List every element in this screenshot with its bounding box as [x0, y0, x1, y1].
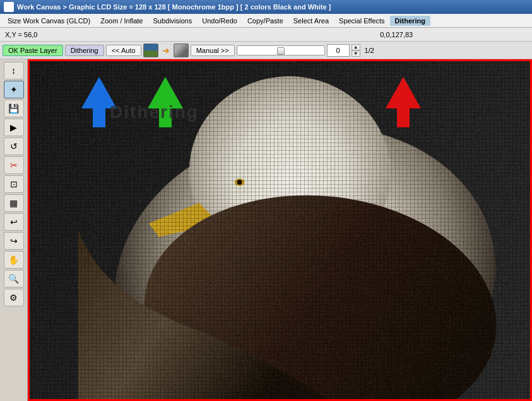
convert-arrow-icon: ➔: [160, 44, 172, 57]
dither-value-input[interactable]: [327, 44, 350, 57]
dither-spin-buttons: ▲ ▼: [352, 44, 360, 57]
menu-copy-paste[interactable]: Copy/Paste: [242, 16, 288, 26]
sidebar-tool-save[interactable]: 💾: [4, 100, 24, 117]
sidebar-tool-grid[interactable]: ▦: [4, 194, 24, 212]
menu-select-area[interactable]: Select Area: [288, 16, 334, 26]
result-image-button[interactable]: [174, 44, 189, 57]
sidebar-tool-zoom[interactable]: 🔍: [4, 270, 24, 288]
sidebar-tool-play[interactable]: ▶: [4, 119, 24, 136]
menu-undo-redo[interactable]: Undo/Redo: [197, 16, 242, 26]
coords-bar: X,Y = 56,0 0,0,127,83: [0, 28, 532, 42]
title-bar: Work Canvas > Graphic LCD Size = 128 x 1…: [0, 0, 532, 14]
spin-up-button[interactable]: ▲: [352, 44, 360, 50]
sidebar-tool-settings[interactable]: ⚙: [4, 289, 24, 306]
toolbar-row: OK Paste Layer Dithering << Auto ➔ Manua…: [0, 42, 532, 59]
menu-special-effects[interactable]: Special Effects: [334, 16, 390, 26]
title-text: Work Canvas > Graphic LCD Size = 128 x 1…: [17, 3, 331, 11]
fraction-label: 1/2: [365, 47, 374, 54]
sidebar-tool-star[interactable]: ✦: [4, 81, 24, 98]
sidebar-tool-undo[interactable]: ↩: [4, 213, 24, 231]
menu-dithering[interactable]: Dithering: [390, 16, 430, 26]
dithering-button[interactable]: Dithering: [65, 45, 104, 56]
menu-size-work-canvas[interactable]: Size Work Canvas (GLCD): [3, 16, 95, 26]
spin-down-button[interactable]: ▼: [352, 50, 360, 57]
main-area: ↕ ✦ 💾 ▶ ↺ ✂ ⊡ ▦ ↩ ↪ ✋ 🔍 ⚙: [0, 59, 532, 401]
menu-zoom-inflate[interactable]: Zoom / Inflate: [95, 16, 148, 26]
sidebar-tool-hand[interactable]: ✋: [4, 251, 24, 269]
coords-bounds: 0,0,127,83: [266, 31, 528, 38]
canvas-area[interactable]: Dithering: [28, 59, 532, 401]
manual-button[interactable]: Manual >>: [191, 45, 235, 56]
dither-slider-container: [237, 45, 325, 55]
menu-subdivisions[interactable]: Subdivisions: [148, 16, 197, 26]
sidebar-tool-select[interactable]: ⊡: [4, 175, 24, 193]
auto-button[interactable]: << Auto: [106, 45, 141, 56]
sidebar-tool-redo[interactable]: ↪: [4, 232, 24, 250]
slider-thumb: [277, 47, 285, 55]
sidebar-tool-resize[interactable]: ↕: [4, 62, 24, 79]
source-image-button[interactable]: [143, 44, 158, 57]
work-canvas[interactable]: [28, 59, 532, 401]
sidebar-tool-cut[interactable]: ✂: [4, 156, 24, 174]
menu-bar: Size Work Canvas (GLCD) Zoom / Inflate S…: [0, 14, 532, 28]
left-sidebar: ↕ ✦ 💾 ▶ ↺ ✂ ⊡ ▦ ↩ ↪ ✋ 🔍 ⚙: [0, 59, 28, 401]
dither-slider[interactable]: [237, 45, 325, 55]
ok-paste-layer-button[interactable]: OK Paste Layer: [3, 45, 63, 56]
coords-xy: X,Y = 56,0: [5, 31, 266, 38]
sidebar-tool-refresh[interactable]: ↺: [4, 137, 24, 155]
app-icon: [4, 2, 14, 12]
